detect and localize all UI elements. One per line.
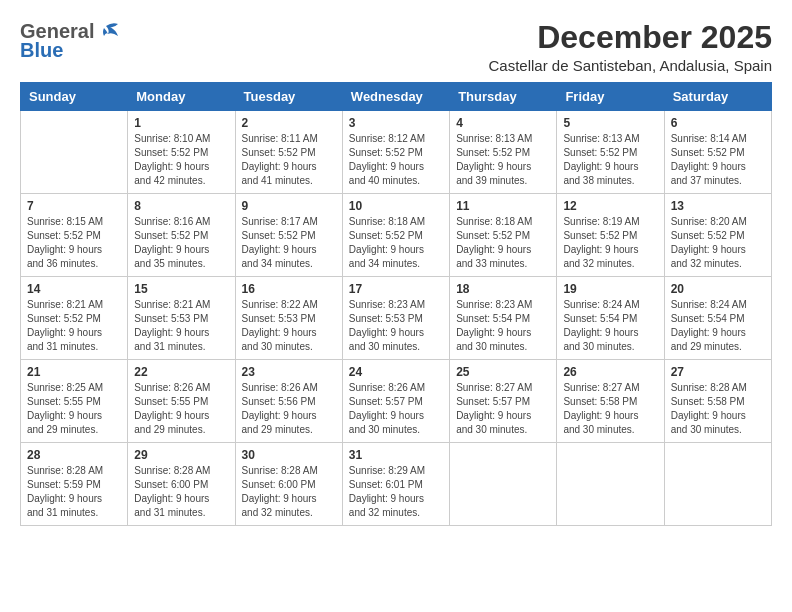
day-info: Sunrise: 8:23 AM Sunset: 5:53 PM Dayligh…: [349, 298, 443, 354]
day-info: Sunrise: 8:18 AM Sunset: 5:52 PM Dayligh…: [349, 215, 443, 271]
day-info: Sunrise: 8:22 AM Sunset: 5:53 PM Dayligh…: [242, 298, 336, 354]
day-number: 20: [671, 282, 765, 296]
calendar-cell: 3Sunrise: 8:12 AM Sunset: 5:52 PM Daylig…: [342, 111, 449, 194]
calendar-cell: 24Sunrise: 8:26 AM Sunset: 5:57 PM Dayli…: [342, 360, 449, 443]
weekday-header-row: SundayMondayTuesdayWednesdayThursdayFrid…: [21, 83, 772, 111]
weekday-header-tuesday: Tuesday: [235, 83, 342, 111]
day-number: 23: [242, 365, 336, 379]
calendar-cell: 22Sunrise: 8:26 AM Sunset: 5:55 PM Dayli…: [128, 360, 235, 443]
day-info: Sunrise: 8:12 AM Sunset: 5:52 PM Dayligh…: [349, 132, 443, 188]
calendar-cell: 6Sunrise: 8:14 AM Sunset: 5:52 PM Daylig…: [664, 111, 771, 194]
day-info: Sunrise: 8:24 AM Sunset: 5:54 PM Dayligh…: [563, 298, 657, 354]
calendar-cell: 1Sunrise: 8:10 AM Sunset: 5:52 PM Daylig…: [128, 111, 235, 194]
week-row-4: 28Sunrise: 8:28 AM Sunset: 5:59 PM Dayli…: [21, 443, 772, 526]
calendar-cell: 12Sunrise: 8:19 AM Sunset: 5:52 PM Dayli…: [557, 194, 664, 277]
calendar-cell: 8Sunrise: 8:16 AM Sunset: 5:52 PM Daylig…: [128, 194, 235, 277]
week-row-2: 14Sunrise: 8:21 AM Sunset: 5:52 PM Dayli…: [21, 277, 772, 360]
weekday-header-saturday: Saturday: [664, 83, 771, 111]
calendar-cell: 28Sunrise: 8:28 AM Sunset: 5:59 PM Dayli…: [21, 443, 128, 526]
logo-blue-line: Blue: [20, 39, 63, 62]
day-info: Sunrise: 8:16 AM Sunset: 5:52 PM Dayligh…: [134, 215, 228, 271]
calendar-cell: 19Sunrise: 8:24 AM Sunset: 5:54 PM Dayli…: [557, 277, 664, 360]
day-number: 6: [671, 116, 765, 130]
day-info: Sunrise: 8:18 AM Sunset: 5:52 PM Dayligh…: [456, 215, 550, 271]
calendar-cell: 17Sunrise: 8:23 AM Sunset: 5:53 PM Dayli…: [342, 277, 449, 360]
day-number: 15: [134, 282, 228, 296]
week-row-1: 7Sunrise: 8:15 AM Sunset: 5:52 PM Daylig…: [21, 194, 772, 277]
day-number: 27: [671, 365, 765, 379]
calendar-cell: 16Sunrise: 8:22 AM Sunset: 5:53 PM Dayli…: [235, 277, 342, 360]
day-info: Sunrise: 8:28 AM Sunset: 5:58 PM Dayligh…: [671, 381, 765, 437]
weekday-header-wednesday: Wednesday: [342, 83, 449, 111]
calendar-cell: 20Sunrise: 8:24 AM Sunset: 5:54 PM Dayli…: [664, 277, 771, 360]
calendar-cell: [450, 443, 557, 526]
day-info: Sunrise: 8:26 AM Sunset: 5:56 PM Dayligh…: [242, 381, 336, 437]
calendar-cell: 18Sunrise: 8:23 AM Sunset: 5:54 PM Dayli…: [450, 277, 557, 360]
calendar-cell: 25Sunrise: 8:27 AM Sunset: 5:57 PM Dayli…: [450, 360, 557, 443]
day-number: 7: [27, 199, 121, 213]
day-number: 11: [456, 199, 550, 213]
calendar-cell: 30Sunrise: 8:28 AM Sunset: 6:00 PM Dayli…: [235, 443, 342, 526]
calendar-cell: 26Sunrise: 8:27 AM Sunset: 5:58 PM Dayli…: [557, 360, 664, 443]
title-area: December 2025 Castellar de Santisteban, …: [488, 20, 772, 74]
page-header: General Blue December 2025 Castellar de …: [20, 20, 772, 74]
day-number: 24: [349, 365, 443, 379]
day-number: 28: [27, 448, 121, 462]
calendar-cell: 10Sunrise: 8:18 AM Sunset: 5:52 PM Dayli…: [342, 194, 449, 277]
calendar-cell: 9Sunrise: 8:17 AM Sunset: 5:52 PM Daylig…: [235, 194, 342, 277]
day-info: Sunrise: 8:10 AM Sunset: 5:52 PM Dayligh…: [134, 132, 228, 188]
day-number: 25: [456, 365, 550, 379]
day-number: 16: [242, 282, 336, 296]
logo-area: General Blue: [20, 20, 120, 62]
day-info: Sunrise: 8:20 AM Sunset: 5:52 PM Dayligh…: [671, 215, 765, 271]
day-info: Sunrise: 8:13 AM Sunset: 5:52 PM Dayligh…: [563, 132, 657, 188]
weekday-header-monday: Monday: [128, 83, 235, 111]
day-number: 21: [27, 365, 121, 379]
calendar-cell: 29Sunrise: 8:28 AM Sunset: 6:00 PM Dayli…: [128, 443, 235, 526]
weekday-header-thursday: Thursday: [450, 83, 557, 111]
day-info: Sunrise: 8:28 AM Sunset: 5:59 PM Dayligh…: [27, 464, 121, 520]
calendar-cell: 14Sunrise: 8:21 AM Sunset: 5:52 PM Dayli…: [21, 277, 128, 360]
day-number: 1: [134, 116, 228, 130]
day-number: 9: [242, 199, 336, 213]
calendar-cell: [557, 443, 664, 526]
day-info: Sunrise: 8:11 AM Sunset: 5:52 PM Dayligh…: [242, 132, 336, 188]
day-number: 22: [134, 365, 228, 379]
day-info: Sunrise: 8:24 AM Sunset: 5:54 PM Dayligh…: [671, 298, 765, 354]
calendar-cell: 15Sunrise: 8:21 AM Sunset: 5:53 PM Dayli…: [128, 277, 235, 360]
day-number: 4: [456, 116, 550, 130]
calendar-cell: 5Sunrise: 8:13 AM Sunset: 5:52 PM Daylig…: [557, 111, 664, 194]
day-number: 26: [563, 365, 657, 379]
weekday-header-friday: Friday: [557, 83, 664, 111]
day-info: Sunrise: 8:19 AM Sunset: 5:52 PM Dayligh…: [563, 215, 657, 271]
day-info: Sunrise: 8:15 AM Sunset: 5:52 PM Dayligh…: [27, 215, 121, 271]
calendar-cell: 27Sunrise: 8:28 AM Sunset: 5:58 PM Dayli…: [664, 360, 771, 443]
calendar-cell: 23Sunrise: 8:26 AM Sunset: 5:56 PM Dayli…: [235, 360, 342, 443]
day-info: Sunrise: 8:21 AM Sunset: 5:52 PM Dayligh…: [27, 298, 121, 354]
day-info: Sunrise: 8:23 AM Sunset: 5:54 PM Dayligh…: [456, 298, 550, 354]
day-info: Sunrise: 8:13 AM Sunset: 5:52 PM Dayligh…: [456, 132, 550, 188]
day-number: 2: [242, 116, 336, 130]
day-number: 17: [349, 282, 443, 296]
calendar-cell: [664, 443, 771, 526]
calendar-cell: 11Sunrise: 8:18 AM Sunset: 5:52 PM Dayli…: [450, 194, 557, 277]
month-title: December 2025: [488, 20, 772, 55]
day-number: 31: [349, 448, 443, 462]
day-number: 29: [134, 448, 228, 462]
calendar-cell: 31Sunrise: 8:29 AM Sunset: 6:01 PM Dayli…: [342, 443, 449, 526]
day-number: 5: [563, 116, 657, 130]
week-row-3: 21Sunrise: 8:25 AM Sunset: 5:55 PM Dayli…: [21, 360, 772, 443]
calendar-cell: 21Sunrise: 8:25 AM Sunset: 5:55 PM Dayli…: [21, 360, 128, 443]
day-number: 13: [671, 199, 765, 213]
calendar-cell: 13Sunrise: 8:20 AM Sunset: 5:52 PM Dayli…: [664, 194, 771, 277]
week-row-0: 1Sunrise: 8:10 AM Sunset: 5:52 PM Daylig…: [21, 111, 772, 194]
day-info: Sunrise: 8:26 AM Sunset: 5:57 PM Dayligh…: [349, 381, 443, 437]
logo-bird-icon: [98, 22, 120, 40]
calendar-cell: 2Sunrise: 8:11 AM Sunset: 5:52 PM Daylig…: [235, 111, 342, 194]
day-info: Sunrise: 8:27 AM Sunset: 5:57 PM Dayligh…: [456, 381, 550, 437]
day-number: 8: [134, 199, 228, 213]
day-info: Sunrise: 8:28 AM Sunset: 6:00 PM Dayligh…: [134, 464, 228, 520]
day-info: Sunrise: 8:27 AM Sunset: 5:58 PM Dayligh…: [563, 381, 657, 437]
day-number: 18: [456, 282, 550, 296]
day-number: 12: [563, 199, 657, 213]
